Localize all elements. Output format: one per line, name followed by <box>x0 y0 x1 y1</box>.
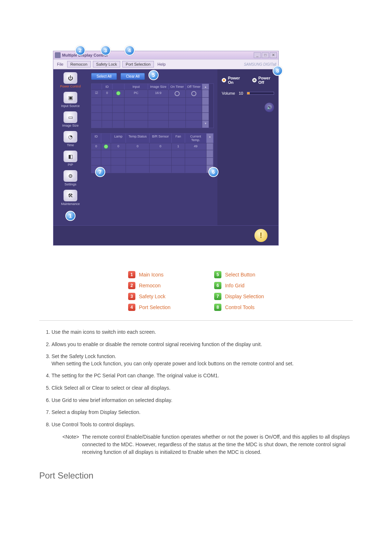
sidebar-label: Power Control <box>55 85 86 88</box>
pip-icon: ◧ <box>64 151 77 162</box>
source-icon: ▣ <box>64 92 77 103</box>
center-area: Select All Clear All 5 ID Input Image Si… <box>87 69 217 225</box>
sidebar-item-time[interactable]: ◔ Time <box>55 131 86 147</box>
col2-id: ID <box>91 134 101 143</box>
sidebar-item-input-source[interactable]: ▣ Input Source <box>55 92 86 108</box>
sidebar-item-settings[interactable]: ⚙ Settings <box>55 170 86 186</box>
select-all-button[interactable]: Select All <box>91 73 117 80</box>
cell2-id: 0 <box>91 143 101 150</box>
volume-slider[interactable] <box>247 92 274 95</box>
image-size-icon: ▭ <box>64 111 77 123</box>
clear-all-button[interactable]: Clear All <box>121 73 145 80</box>
col-input: Input <box>124 84 148 90</box>
instruction-7: Select a display from Display Selection. <box>52 409 353 416</box>
legend-text: Display Selection <box>225 294 264 299</box>
power-off-radio[interactable]: Power Off <box>252 76 274 85</box>
info-grid-top[interactable]: ID Input Image Size On Timer Off Timer ▴… <box>91 83 214 128</box>
legend-text: Select Button <box>225 272 255 278</box>
power-on-radio[interactable]: Power On <box>222 76 244 85</box>
col2-lamp: Lamp <box>111 134 126 143</box>
legend-text: Remocon <box>139 283 161 288</box>
legend-text: Main Icons <box>139 272 164 278</box>
menu-remocon[interactable]: Remocon <box>67 61 91 67</box>
col-id: ID <box>102 84 113 90</box>
sidebar-label: Maintenance <box>55 202 86 206</box>
ring-icon <box>175 91 180 96</box>
instruction-6: Use Grid to view brief information on se… <box>52 397 353 404</box>
status-dot-icon <box>116 91 121 95</box>
instruction-4: The setting for the PC Serial Port can c… <box>52 372 353 379</box>
maintenance-icon: 🛠 <box>64 190 77 201</box>
scrollbar2-up[interactable]: ▴ <box>207 134 213 143</box>
minimize-button[interactable]: _ <box>254 52 261 58</box>
legend: 1 Main Icons 2 Remocon 3 Safety Lock 4 P… <box>39 271 353 311</box>
cell2-ct: 49 <box>185 143 207 150</box>
divider <box>39 320 353 321</box>
col-status <box>113 84 124 90</box>
badge-8: 8 <box>214 304 221 311</box>
legend-text: Control Tools <box>225 304 254 310</box>
sidebar-item-maintenance[interactable]: 🛠 Maintenance <box>55 190 86 206</box>
ring-icon <box>191 91 196 96</box>
settings-icon: ⚙ <box>64 170 77 182</box>
sidebar-label: Image Size <box>55 124 86 127</box>
close-button[interactable]: ✕ <box>270 52 277 58</box>
col-off-timer: Off Timer <box>186 84 202 90</box>
col2-current-temp: Current Temp. <box>185 134 207 143</box>
status-dot-icon <box>104 144 108 149</box>
sidebar-item-power-control[interactable]: ⏻ Power Control <box>55 72 86 88</box>
scrollbar2-track[interactable] <box>207 143 213 150</box>
badge-6: 6 <box>214 282 221 289</box>
speaker-icon[interactable]: 🔊 <box>265 103 274 112</box>
callout-6: 6 <box>208 167 219 177</box>
volume-value: 10 <box>239 91 243 95</box>
status-bar: ! <box>53 225 278 245</box>
brand-label: SAMSUNG DIGITall <box>244 62 276 66</box>
menu-help[interactable]: Help <box>156 61 167 67</box>
col2-status <box>101 134 111 143</box>
cell2-temp-status: 0 <box>126 143 150 150</box>
menu-safety-lock[interactable]: Safety Lock <box>93 61 120 67</box>
legend-item: 4 Port Selection <box>128 304 171 311</box>
col-on-timer: On Timer <box>169 84 186 90</box>
legend-text: Info Grid <box>225 283 245 288</box>
cell2-lamp: 0 <box>111 143 126 150</box>
cell2-br: 0 <box>150 143 172 150</box>
sidebar-label: Settings <box>55 182 86 186</box>
scrollbar-track[interactable] <box>202 90 209 97</box>
sidebar-item-pip[interactable]: ◧ PIP <box>55 151 86 167</box>
scrollbar-up[interactable]: ▴ <box>202 84 209 90</box>
sidebar-label: PIP <box>55 163 86 167</box>
time-icon: ◔ <box>64 131 77 143</box>
maximize-button[interactable]: □ <box>262 52 269 58</box>
badge-5: 5 <box>214 271 221 278</box>
legend-item: 8 Control Tools <box>214 304 264 311</box>
legend-item: 3 Safety Lock <box>128 293 171 300</box>
scrollbar-down[interactable]: ▾ <box>202 120 209 128</box>
cell-status <box>113 90 124 97</box>
cell-check[interactable]: ☑ <box>91 90 102 97</box>
info-grid-bottom[interactable]: 6 7 ID Lamp Temp.Status B/R Sensor Fan C… <box>91 133 214 173</box>
badge-3: 3 <box>128 293 135 300</box>
instruction-2: Allows you to enable or disable the remo… <box>52 341 353 348</box>
cell-ontimer <box>169 90 186 97</box>
callout-4: 4 <box>124 45 135 56</box>
sidebar-item-image-size[interactable]: ▭ Image Size <box>55 111 86 127</box>
callout-8: 8 <box>273 66 283 76</box>
window-title: Multiple Display Control <box>62 53 254 57</box>
cell-offtimer <box>186 90 202 97</box>
callout-7: 7 <box>95 167 105 177</box>
cell2-status <box>101 143 111 150</box>
radio-dot-icon <box>252 78 257 82</box>
app-icon <box>55 52 61 58</box>
callout-2: 2 <box>75 45 85 56</box>
badge-7: 7 <box>214 293 221 300</box>
note-body: The remote control Enable/Disable functi… <box>82 433 353 456</box>
radio-dot-icon <box>222 78 226 82</box>
menu-port-selection[interactable]: Port Selection <box>122 61 154 67</box>
cell-input: PC <box>124 90 148 97</box>
menu-file[interactable]: File <box>56 61 65 67</box>
badge-4: 4 <box>128 304 135 311</box>
note-label: <Note> <box>62 433 79 456</box>
col2-fan: Fan <box>172 134 185 143</box>
